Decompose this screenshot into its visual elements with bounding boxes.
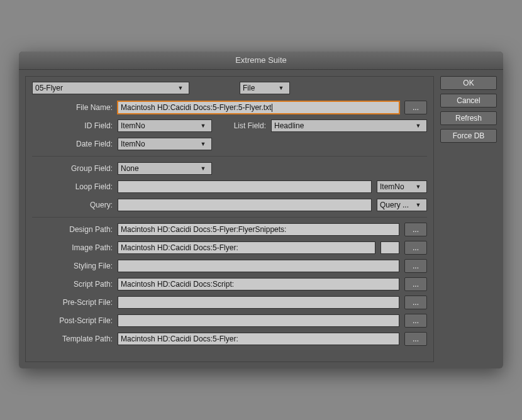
cancel-button[interactable]: Cancel: [440, 94, 497, 108]
query-selector[interactable]: Query ... ▼: [377, 199, 427, 211]
chevron-down-icon: ▼: [413, 202, 424, 208]
label-styling-file: Styling File:: [32, 262, 118, 270]
group-field-value: None: [121, 164, 139, 173]
file-name-value: Macintosh HD:Cacidi Docs:5-Flyer:5-Flyer…: [121, 103, 272, 112]
styling-file-input[interactable]: [118, 260, 399, 272]
chevron-down-icon: ▼: [275, 85, 287, 91]
loop-field-selector[interactable]: ItemNo ▼: [377, 180, 427, 193]
window-title: Extreme Suite: [19, 52, 503, 70]
label-pre-script-file: Pre-Script File:: [32, 298, 118, 307]
chevron-down-icon: ▼: [413, 184, 424, 190]
image-path-input[interactable]: Macintosh HD:Cacidi Docs:5-Flyer:: [118, 241, 375, 254]
group-field-select[interactable]: None ▼: [118, 162, 212, 175]
main-panel: 05-Flyer ▼ File ▼ File Name: Macintosh H…: [25, 76, 434, 362]
divider: [32, 217, 427, 218]
row-date-field: Date Field: ItemNo ▼: [32, 137, 427, 151]
row-script-path: Script Path: Macintosh HD:Cacidi Docs:Sc…: [32, 277, 427, 291]
row-styling-file: Styling File: ...: [32, 259, 427, 273]
row-post-script-file: Post-Script File: ...: [32, 314, 427, 328]
ok-button[interactable]: OK: [440, 76, 497, 90]
divider: [32, 156, 427, 157]
date-field-value: ItemNo: [121, 140, 145, 148]
query-input[interactable]: [118, 199, 372, 211]
browse-template-path-button[interactable]: ...: [404, 332, 427, 346]
row-file-name: File Name: Macintosh HD:Cacidi Docs:5-Fl…: [32, 101, 427, 114]
side-panel: OK Cancel Refresh Force DB: [440, 76, 497, 362]
row-id-list: ID Field: ItemNo ▼ List Field: Headline …: [32, 119, 427, 133]
row-group-field: Group Field: None ▼: [32, 162, 427, 175]
label-group-field: Group Field:: [32, 164, 118, 173]
label-id-field: ID Field:: [32, 121, 118, 130]
loop-field-input[interactable]: [118, 180, 372, 193]
template-path-input[interactable]: Macintosh HD:Cacidi Docs:5-Flyer:: [118, 333, 399, 345]
date-field-select[interactable]: ItemNo ▼: [118, 138, 212, 150]
browse-post-script-file-button[interactable]: ...: [404, 314, 427, 328]
file-name-input[interactable]: Macintosh HD:Cacidi Docs:5-Flyer:5-Flyer…: [118, 101, 399, 114]
browse-styling-file-button[interactable]: ...: [404, 259, 427, 273]
force-db-button[interactable]: Force DB: [440, 129, 497, 143]
design-path-input[interactable]: Macintosh HD:Cacidi Docs:5-Flyer:FlyerSn…: [118, 223, 399, 236]
label-query: Query:: [32, 201, 118, 209]
label-design-path: Design Path:: [32, 225, 118, 234]
row-loop-field: Loop Field: ItemNo ▼: [32, 180, 427, 194]
refresh-button[interactable]: Refresh: [440, 111, 497, 125]
browse-pre-script-file-button[interactable]: ...: [404, 296, 427, 309]
label-script-path: Script Path:: [32, 280, 118, 289]
label-date-field: Date Field:: [32, 140, 118, 148]
browse-design-path-button[interactable]: ...: [404, 223, 427, 236]
image-path-value: Macintosh HD:Cacidi Docs:5-Flyer:: [121, 243, 238, 252]
mode-select-value: File: [243, 84, 255, 92]
row-design-path: Design Path: Macintosh HD:Cacidi Docs:5-…: [32, 223, 427, 236]
row-image-path: Image Path: Macintosh HD:Cacidi Docs:5-F…: [32, 241, 427, 255]
chevron-down-icon: ▼: [197, 165, 209, 172]
row-query: Query: Query ... ▼: [32, 198, 427, 212]
chevron-down-icon: ▼: [413, 123, 424, 129]
browse-script-path-button[interactable]: ...: [404, 277, 427, 291]
id-field-select[interactable]: ItemNo ▼: [118, 119, 212, 132]
dialog-body: 05-Flyer ▼ File ▼ File Name: Macintosh H…: [19, 70, 503, 368]
post-script-file-input[interactable]: [118, 314, 399, 327]
id-field-value: ItemNo: [121, 121, 145, 130]
design-path-value: Macintosh HD:Cacidi Docs:5-Flyer:FlyerSn…: [121, 225, 286, 234]
row-template-path: Template Path: Macintosh HD:Cacidi Docs:…: [32, 332, 427, 346]
pre-script-file-input[interactable]: [118, 296, 399, 309]
label-list-field: List Field:: [222, 121, 271, 130]
loop-field-selector-value: ItemNo: [380, 182, 404, 191]
preset-select[interactable]: 05-Flyer ▼: [32, 82, 189, 94]
label-file-name: File Name:: [32, 103, 118, 112]
template-path-value: Macintosh HD:Cacidi Docs:5-Flyer:: [121, 334, 238, 343]
list-field-select[interactable]: Headline ▼: [271, 119, 427, 132]
label-loop-field: Loop Field:: [32, 182, 118, 191]
chevron-down-icon: ▼: [175, 85, 186, 91]
chevron-down-icon: ▼: [197, 123, 209, 129]
image-path-extra-input[interactable]: [380, 241, 399, 254]
dialog-window: Extreme Suite 05-Flyer ▼ File ▼ File Nam…: [19, 52, 503, 368]
label-template-path: Template Path:: [32, 334, 118, 343]
script-path-value: Macintosh HD:Cacidi Docs:Script:: [121, 280, 234, 289]
list-field-value: Headline: [274, 121, 304, 130]
browse-image-path-button[interactable]: ...: [404, 241, 427, 255]
query-selector-value: Query ...: [380, 201, 409, 209]
mode-select[interactable]: File ▼: [240, 82, 290, 94]
preset-select-value: 05-Flyer: [35, 84, 63, 92]
browse-file-name-button[interactable]: ...: [404, 101, 427, 114]
top-row: 05-Flyer ▼ File ▼: [32, 82, 427, 94]
chevron-down-icon: ▼: [197, 141, 209, 147]
label-image-path: Image Path:: [32, 243, 118, 252]
script-path-input[interactable]: Macintosh HD:Cacidi Docs:Script:: [118, 278, 399, 290]
label-post-script-file: Post-Script File:: [32, 316, 118, 325]
row-pre-script-file: Pre-Script File: ...: [32, 296, 427, 309]
